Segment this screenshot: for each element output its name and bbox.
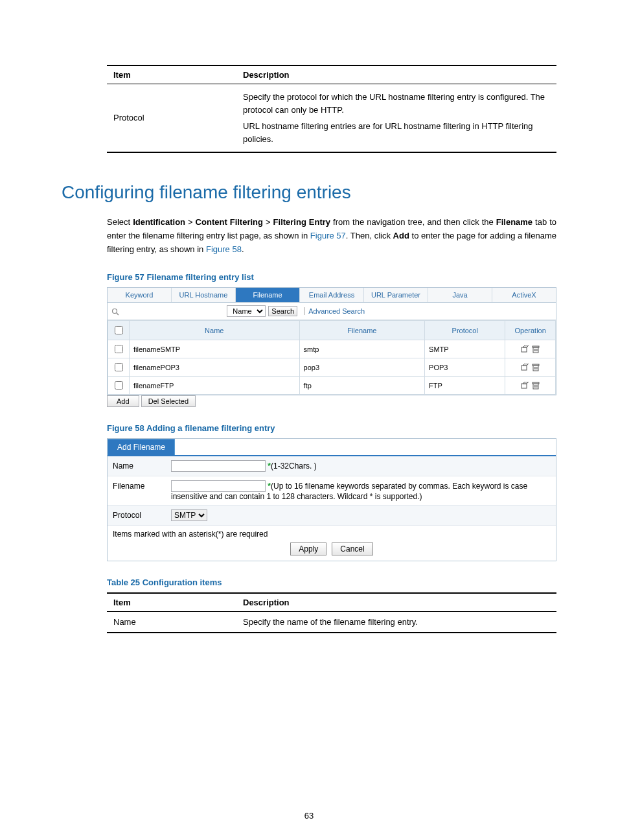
figure-58-link[interactable]: Figure 58 (206, 244, 242, 254)
required-note: Items marked with an asterisk(*) are req… (113, 530, 551, 539)
protocol-label: Protocol (113, 509, 171, 520)
cancel-button[interactable]: Cancel (332, 542, 372, 555)
protocol-select[interactable]: SMTP (171, 509, 207, 521)
t25-td-item: Name (107, 612, 236, 633)
del-selected-button[interactable]: Del Selected (141, 395, 196, 407)
cell-filename: smtp (299, 340, 424, 358)
name-input[interactable] (171, 460, 266, 472)
edit-icon[interactable] (521, 345, 530, 353)
th-name: Name (130, 321, 300, 340)
svg-point-0 (113, 309, 117, 313)
svg-rect-19 (532, 382, 539, 384)
delete-icon[interactable] (532, 345, 540, 353)
edit-icon[interactable] (521, 381, 530, 389)
tab-activex[interactable]: ActiveX (492, 288, 556, 302)
figure-58-caption: Figure 58 Adding a filename filtering en… (107, 423, 556, 433)
search-icon (111, 307, 119, 316)
th-select-all[interactable] (108, 321, 130, 340)
tab-url-hostname[interactable]: URL Hostname (172, 288, 236, 302)
section-heading: Configuring filename filtering entries (62, 182, 556, 203)
desc-line1: Specify the protocol for which the URL h… (243, 91, 550, 116)
table-25: Item Description Name Specify the name o… (107, 592, 556, 633)
svg-rect-8 (521, 366, 527, 370)
th-operation: Operation (505, 321, 556, 340)
svg-line-1 (117, 313, 119, 315)
tab-url-parameter[interactable]: URL Parameter (364, 288, 428, 302)
search-field-select[interactable]: Name (227, 305, 266, 317)
t25-th-item: Item (107, 593, 236, 612)
cell-protocol: POP3 (425, 358, 505, 377)
advanced-search-link[interactable]: Advanced Search (304, 307, 365, 315)
name-hint: (1-32Chars. ) (271, 461, 317, 471)
edit-icon[interactable] (521, 363, 530, 371)
figure-57: Keyword URL Hostname Filename Email Addr… (107, 287, 556, 395)
table-row: filenamePOP3 pop3 POP3 (108, 358, 556, 377)
tab-keyword[interactable]: Keyword (108, 288, 172, 302)
f57-tabs: Keyword URL Hostname Filename Email Addr… (108, 288, 556, 303)
th-filename: Filename (299, 321, 424, 340)
intro-paragraph: Select Identification > Content Filterin… (107, 216, 556, 256)
f57-searchbar: Name Search Advanced Search (108, 303, 556, 320)
table-row: filenameFTP ftp FTP (108, 377, 556, 395)
svg-rect-14 (521, 384, 527, 388)
delete-icon[interactable] (532, 381, 540, 389)
figure-58: Add Filename Name *(1-32Chars. ) Filenam… (107, 438, 556, 561)
t25-td-desc: Specify the name of the filename filteri… (236, 612, 556, 633)
f57-results-table: Name Filename Protocol Operation filenam… (108, 320, 556, 395)
page-number: 63 (0, 811, 618, 821)
cell-name: filenameSMTP (130, 340, 300, 358)
td-desc: Specify the protocol for which the URL h… (236, 84, 556, 153)
cell-protocol: FTP (425, 377, 505, 395)
td-item: Protocol (107, 84, 236, 153)
th-desc: Description (236, 65, 556, 84)
cell-filename: pop3 (299, 358, 424, 377)
row-checkbox[interactable] (115, 345, 123, 353)
svg-rect-13 (532, 364, 539, 366)
delete-icon[interactable] (532, 363, 540, 371)
th-protocol: Protocol (425, 321, 505, 340)
cell-protocol: SMTP (425, 340, 505, 358)
figure-57-link[interactable]: Figure 57 (310, 231, 346, 240)
protocol-table: Item Description Protocol Specify the pr… (107, 65, 556, 153)
table-row: filenameSMTP smtp SMTP (108, 340, 556, 358)
row-checkbox[interactable] (115, 363, 123, 371)
svg-rect-7 (532, 346, 539, 347)
filename-input[interactable] (171, 480, 266, 492)
cell-name: filenameFTP (130, 377, 300, 395)
tab-email-address[interactable]: Email Address (300, 288, 364, 302)
table-25-caption: Table 25 Configuration items (107, 578, 556, 587)
svg-rect-2 (521, 347, 527, 352)
desc-line2: URL hostname filtering entries are for U… (243, 120, 550, 145)
cell-filename: ftp (299, 377, 424, 395)
name-label: Name (113, 460, 171, 471)
apply-button[interactable]: Apply (290, 542, 326, 555)
t25-th-desc: Description (236, 593, 556, 612)
row-checkbox[interactable] (115, 381, 123, 390)
select-all-checkbox[interactable] (115, 326, 123, 334)
tab-java[interactable]: Java (428, 288, 492, 302)
tab-filename[interactable]: Filename (236, 288, 300, 302)
add-button[interactable]: Add (107, 395, 139, 407)
add-filename-tab: Add Filename (108, 439, 175, 455)
figure-57-caption: Figure 57 Filename filtering entry list (107, 272, 556, 282)
th-item: Item (107, 65, 236, 84)
filename-label: Filename (113, 480, 171, 491)
search-button[interactable]: Search (268, 306, 297, 316)
cell-name: filenamePOP3 (130, 358, 300, 377)
